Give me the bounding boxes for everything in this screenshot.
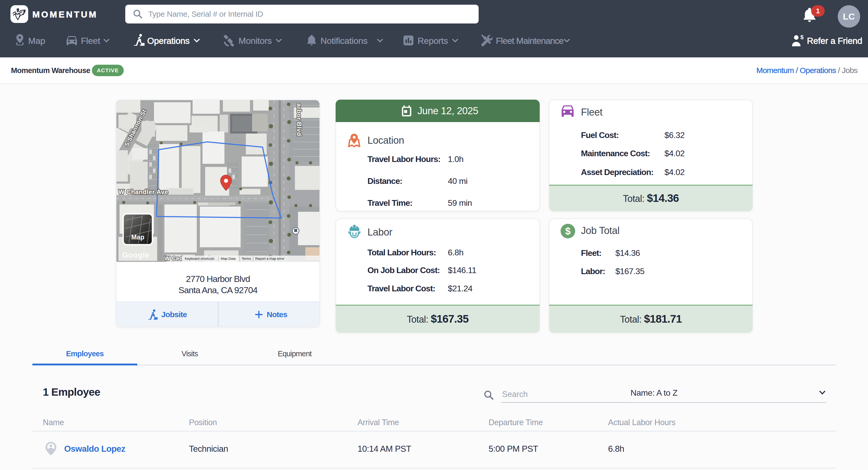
svg-text:Terms: Terms bbox=[242, 257, 251, 261]
svg-text:W Chandler Ave: W Chandler Ave bbox=[119, 188, 168, 195]
svg-text:Map Data: Map Data bbox=[221, 257, 236, 261]
svg-text:Report a map error: Report a map error bbox=[255, 257, 284, 261]
svg-text:arbor Blvd: arbor Blvd bbox=[296, 103, 303, 136]
svg-text:Google: Google bbox=[122, 251, 150, 259]
svg-text:$: $ bbox=[800, 34, 804, 40]
svg-text:Keyboard shortcuts: Keyboard shortcuts bbox=[185, 257, 215, 261]
svg-text:Map: Map bbox=[131, 233, 144, 241]
